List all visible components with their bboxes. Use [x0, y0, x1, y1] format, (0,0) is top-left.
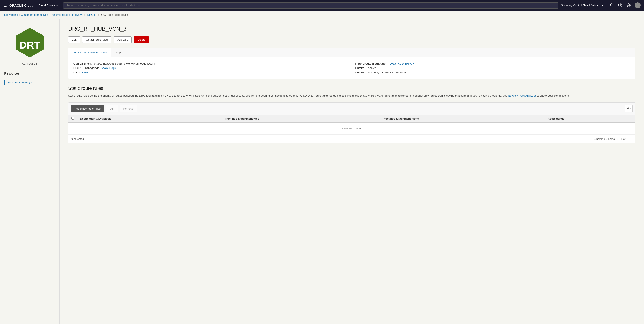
next-page-button[interactable]: › [630, 137, 632, 141]
tab-container: DRG route table information Tags Compart… [68, 48, 636, 79]
created-value: Thu, May 23, 2024, 07:02:59 UTC [368, 71, 410, 74]
top-navigation: ☰ ORACLE Cloud Cloud Classic » Germany C… [0, 0, 644, 11]
svg-point-15 [630, 109, 630, 110]
created-row: Created: Thu, May 23, 2024, 07:02:59 UTC [355, 70, 630, 75]
ecmp-value: Disabled [366, 66, 376, 70]
next-hop-type-header: Next hop attachment type [222, 115, 380, 123]
compartment-value: oraseemeaocids (root)/network/iwanhoogen… [94, 62, 155, 65]
search-input[interactable] [63, 2, 558, 8]
edit-rule-button[interactable]: Edit [106, 105, 118, 112]
svg-point-9 [628, 108, 629, 109]
ocid-value: ...hznogakkia [83, 66, 99, 70]
table-toolbar: Add static route rules Edit Remove [68, 102, 636, 114]
pagination: Showing 0 items ‹ 1 of 1 › [594, 137, 632, 141]
svg-point-16 [628, 109, 628, 110]
bell-icon[interactable] [609, 3, 614, 8]
add-tags-button[interactable]: Add tags [114, 36, 132, 43]
breadcrumb-dynamic-routing-gateways[interactable]: Dynamic routing gateways [51, 13, 83, 16]
compartment-label: Compartment: [74, 62, 92, 65]
table-settings-button[interactable] [625, 105, 633, 112]
breadcrumb-networking[interactable]: Networking [4, 13, 18, 16]
selected-count: 0 selected [71, 137, 84, 140]
drt-icon: DRT [13, 25, 47, 60]
import-route-row: Import route distribution: DRG_RDG_IMPOR… [355, 61, 630, 66]
ocid-show-link[interactable]: Show [101, 66, 108, 70]
ecmp-label: ECMP: [355, 66, 364, 70]
ocid-label: OCID: [74, 66, 81, 70]
hamburger-menu-icon[interactable]: ☰ [4, 3, 7, 8]
remove-rule-button[interactable]: Remove [120, 105, 137, 112]
drg-label: DRG: [74, 71, 80, 74]
oracle-logo: ORACLE Cloud [9, 3, 33, 7]
chevron-down-icon: ▾ [596, 4, 598, 7]
static-route-rules-table: Destination CIDR block Next hop attachme… [68, 114, 636, 135]
add-static-route-rules-button[interactable]: Add static route rules [71, 105, 104, 112]
tab-body-info: Compartment: oraseemeaocids (root)/netwo… [68, 57, 635, 79]
select-all-checkbox[interactable] [71, 117, 74, 120]
static-route-rules-title: Static route rules [68, 86, 636, 91]
tab-header: DRG route table information Tags [68, 48, 635, 57]
main-content: DRT AVAILABLE Resources Static route rul… [0, 19, 644, 324]
import-route-label: Import route distribution: [355, 62, 388, 65]
prev-page-button[interactable]: ‹ [616, 137, 619, 141]
breadcrumb-drg[interactable]: DRG » [86, 13, 97, 17]
info-right: Import route distribution: DRG_RDG_IMPOR… [355, 61, 630, 75]
sidebar-item-static-route-rules[interactable]: Static route rules (0) [4, 80, 55, 85]
get-all-route-rules-button[interactable]: Get all route rules [82, 36, 112, 43]
static-route-rules-desc: Static route rules define the priority o… [68, 94, 636, 98]
drg-row: DRG: DRG [74, 70, 348, 75]
svg-point-17 [630, 107, 630, 108]
action-bar: Edit Get all route rules Add tags Delete [68, 36, 636, 43]
breadcrumb-customer-connectivity[interactable]: Customer connectivity [21, 13, 48, 16]
created-label: Created: [355, 71, 366, 74]
ecmp-row: ECMP: Disabled [355, 66, 630, 70]
destination-cidr-header: Destination CIDR block [77, 115, 222, 123]
resources-title: Resources [4, 71, 55, 75]
delete-button[interactable]: Delete [134, 36, 149, 43]
no-items-message: No items found. [68, 123, 636, 135]
info-grid: Compartment: oraseemeaocids (root)/netwo… [74, 61, 630, 75]
resources-section: Resources Static route rules (0) [4, 71, 55, 85]
ocid-row: OCID: ...hznogakkia Show Copy [74, 66, 348, 70]
next-hop-name-header: Next hop attachment name [380, 115, 544, 123]
nav-icons: ? [600, 2, 640, 8]
route-status-header: Route status [545, 115, 636, 123]
region-selector[interactable]: Germany Central (Frankfurt) ▾ [561, 4, 598, 7]
help-icon[interactable]: ? [618, 3, 623, 8]
svg-point-12 [628, 108, 628, 109]
svg-rect-0 [601, 4, 605, 7]
page-indicator: 1 of 1 [621, 137, 628, 140]
no-items-row: No items found. [68, 123, 636, 135]
breadcrumb-current: DRG route table details [100, 13, 129, 16]
page-title: DRG_RT_HUB_VCN_3 [68, 25, 636, 32]
compartment-row: Compartment: oraseemeaocids (root)/netwo… [74, 61, 348, 66]
select-all-header [68, 115, 77, 123]
svg-point-10 [629, 107, 629, 108]
terminal-icon[interactable] [600, 3, 606, 8]
drg-link[interactable]: DRG [82, 71, 88, 74]
svg-text:?: ? [619, 4, 621, 7]
info-left: Compartment: oraseemeaocids (root)/netwo… [74, 61, 348, 75]
cloud-classic-button[interactable]: Cloud Classic » [36, 3, 60, 8]
table-footer: 0 selected Showing 0 items ‹ 1 of 1 › [68, 135, 636, 143]
svg-point-13 [630, 108, 630, 109]
svg-text:DRT: DRT [19, 39, 40, 51]
edit-button[interactable]: Edit [68, 36, 80, 43]
tab-tags[interactable]: Tags [112, 48, 126, 57]
showing-items: Showing 0 items [594, 137, 614, 140]
ocid-copy-link[interactable]: Copy [110, 66, 116, 70]
tab-drg-route-table-info[interactable]: DRG route table information [68, 48, 112, 57]
left-panel: DRT AVAILABLE Resources Static route rul… [0, 19, 60, 324]
globe-icon[interactable] [626, 3, 631, 8]
user-avatar[interactable] [635, 2, 640, 8]
svg-point-14 [628, 107, 628, 108]
breadcrumb: Networking › Customer connectivity › Dyn… [0, 11, 644, 19]
import-route-link[interactable]: DRG_RDG_IMPORT [390, 62, 416, 65]
status-badge: AVAILABLE [4, 62, 55, 65]
page-body: DRG_RT_HUB_VCN_3 Edit Get all route rule… [60, 19, 644, 324]
network-path-analyzer-link[interactable]: Network Path Analyzer [508, 94, 536, 97]
svg-point-11 [629, 110, 629, 110]
